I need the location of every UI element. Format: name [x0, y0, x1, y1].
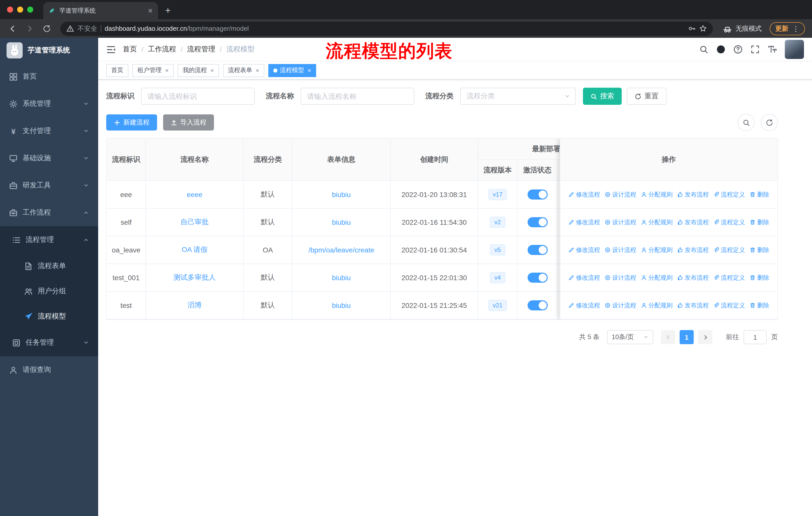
edit-process-link[interactable]: 修改流程: [568, 301, 600, 310]
process-name-link[interactable]: eeee: [187, 190, 202, 198]
address-bar[interactable]: 不安全 dashboard.yudao.iocoder.cn/bpm/manag…: [60, 21, 713, 35]
window-close-button[interactable]: [7, 6, 13, 12]
process-name-link[interactable]: OA 请假: [182, 245, 208, 254]
sidebar-item-system-management[interactable]: 系统管理: [0, 90, 98, 117]
delete-link[interactable]: 删除: [750, 190, 769, 199]
form-info-link[interactable]: /bpm/oa/leave/create: [308, 246, 374, 254]
publish-process-link[interactable]: 发布流程: [677, 273, 709, 282]
active-toggle[interactable]: [527, 273, 547, 283]
process-key-input[interactable]: [141, 88, 255, 105]
fullscreen-icon[interactable]: [751, 45, 760, 54]
form-info-link[interactable]: biubiu: [332, 190, 351, 198]
process-definition-link[interactable]: 流程定义: [713, 190, 745, 199]
design-process-link[interactable]: 设计流程: [605, 273, 636, 282]
search-icon[interactable]: [699, 45, 708, 54]
process-definition-link[interactable]: 流程定义: [713, 301, 745, 310]
github-icon[interactable]: [716, 45, 725, 54]
tag-my-process[interactable]: 我的流程×: [178, 64, 219, 77]
sidebar-item-dev-tools[interactable]: 研发工具: [0, 172, 98, 199]
search-button[interactable]: 搜索: [583, 88, 622, 105]
active-toggle[interactable]: [527, 217, 547, 227]
publish-process-link[interactable]: 发布流程: [677, 246, 709, 254]
close-icon[interactable]: ×: [256, 67, 259, 74]
assign-rule-link[interactable]: 分配规则: [641, 190, 672, 199]
sidebar-item-leave-query[interactable]: 请假查询: [0, 356, 98, 383]
tag-process-model[interactable]: 流程模型×: [268, 64, 316, 77]
reset-button[interactable]: 重置: [627, 88, 667, 105]
kebab-menu-icon[interactable]: ⋮: [792, 24, 800, 32]
breadcrumb-process-management[interactable]: 流程管理: [187, 45, 215, 54]
delete-link[interactable]: 删除: [750, 273, 769, 282]
tag-tenant-management[interactable]: 租户管理×: [133, 64, 174, 77]
window-minimize-button[interactable]: [17, 6, 23, 12]
publish-process-link[interactable]: 发布流程: [677, 190, 709, 199]
process-definition-link[interactable]: 流程定义: [713, 218, 745, 226]
sidebar-item-workflow[interactable]: 工作流程: [0, 199, 98, 226]
publish-process-link[interactable]: 发布流程: [677, 218, 709, 226]
delete-link[interactable]: 删除: [750, 246, 769, 254]
sidebar-item-process-management[interactable]: 流程管理: [0, 226, 98, 253]
design-process-link[interactable]: 设计流程: [605, 301, 636, 310]
tab-close-icon[interactable]: ✕: [147, 7, 153, 15]
hamburger-icon[interactable]: [106, 45, 116, 54]
active-toggle[interactable]: [527, 245, 547, 255]
forward-button[interactable]: [22, 21, 37, 36]
process-name-link[interactable]: 测试多审批人: [173, 273, 216, 282]
delete-link[interactable]: 删除: [750, 218, 769, 226]
design-process-link[interactable]: 设计流程: [605, 218, 636, 226]
sidebar-item-payment-management[interactable]: ¥ 支付管理: [0, 117, 98, 145]
active-toggle[interactable]: [527, 300, 547, 310]
publish-process-link[interactable]: 发布流程: [677, 301, 709, 310]
prev-page-button[interactable]: [661, 330, 675, 344]
edit-process-link[interactable]: 修改流程: [568, 246, 600, 254]
assign-rule-link[interactable]: 分配规则: [641, 218, 672, 226]
delete-link[interactable]: 删除: [750, 301, 769, 310]
process-name-input[interactable]: [300, 88, 414, 105]
sidebar-item-infrastructure[interactable]: 基础设施: [0, 145, 98, 172]
edit-process-link[interactable]: 修改流程: [568, 273, 600, 282]
process-definition-link[interactable]: 流程定义: [713, 246, 745, 254]
back-button[interactable]: [5, 21, 20, 36]
sidebar-item-home[interactable]: 首页: [0, 63, 98, 90]
edit-process-link[interactable]: 修改流程: [568, 218, 600, 226]
tag-home[interactable]: 首页: [106, 64, 128, 77]
goto-page-input[interactable]: [744, 330, 767, 344]
form-info-link[interactable]: biubiu: [332, 301, 351, 309]
update-button[interactable]: 更新 ⋮: [770, 22, 805, 35]
refresh-table-button[interactable]: [761, 114, 778, 131]
bookmark-star-icon[interactable]: [699, 25, 707, 32]
breadcrumb-home[interactable]: 首页: [123, 45, 137, 54]
font-size-icon[interactable]: [768, 45, 777, 54]
user-avatar[interactable]: [785, 40, 804, 59]
assign-rule-link[interactable]: 分配规则: [641, 301, 672, 310]
close-icon[interactable]: ×: [308, 67, 311, 74]
window-zoom-button[interactable]: [27, 6, 33, 12]
next-page-button[interactable]: [698, 330, 712, 344]
form-info-link[interactable]: biubiu: [332, 218, 351, 226]
close-icon[interactable]: ×: [165, 67, 169, 74]
assign-rule-link[interactable]: 分配规则: [641, 246, 672, 254]
breadcrumb-workflow[interactable]: 工作流程: [148, 45, 176, 54]
assign-rule-link[interactable]: 分配规则: [641, 273, 672, 282]
category-select[interactable]: 流程分类: [460, 88, 576, 105]
key-icon[interactable]: [688, 25, 696, 32]
reload-button[interactable]: [39, 21, 54, 36]
create-process-button[interactable]: 新建流程: [106, 114, 157, 131]
help-icon[interactable]: [733, 45, 743, 54]
page-size-select[interactable]: 10条/页: [607, 330, 654, 344]
new-tab-button[interactable]: +: [165, 5, 171, 16]
active-toggle[interactable]: [527, 189, 547, 199]
import-process-button[interactable]: 导入流程: [163, 114, 214, 131]
close-icon[interactable]: ×: [210, 67, 214, 74]
edit-process-link[interactable]: 修改流程: [568, 190, 600, 199]
page-1-button[interactable]: 1: [679, 330, 694, 344]
process-definition-link[interactable]: 流程定义: [713, 273, 745, 282]
sidebar-item-task-management[interactable]: 任务管理: [0, 329, 98, 356]
design-process-link[interactable]: 设计流程: [605, 246, 636, 254]
process-name-link[interactable]: 滔博: [187, 301, 202, 310]
browser-tab[interactable]: 芋道管理系统 ✕: [43, 2, 158, 19]
process-name-link[interactable]: 自己审批: [180, 218, 209, 227]
sidebar-item-process-form[interactable]: 流程表单: [0, 253, 98, 279]
tag-process-form[interactable]: 流程表单×: [223, 64, 264, 77]
form-info-link[interactable]: biubiu: [332, 274, 351, 282]
